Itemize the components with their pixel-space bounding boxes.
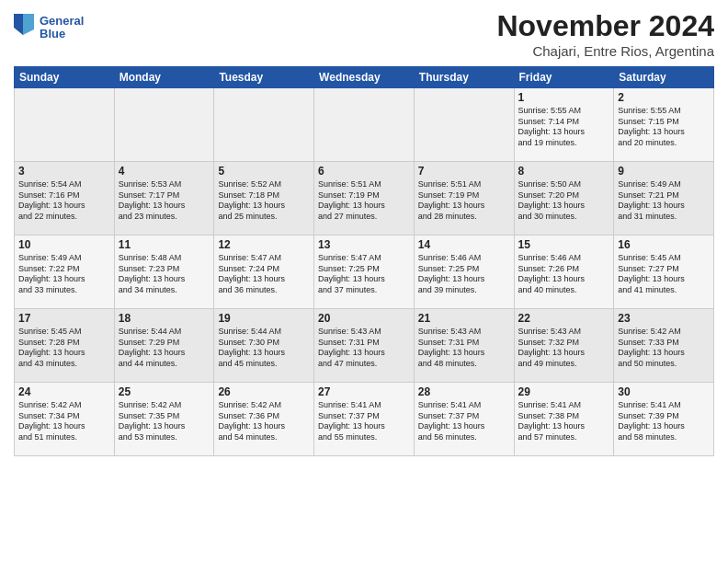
day-info: Sunrise: 5:49 AM Sunset: 7:21 PM Dayligh… <box>618 179 710 223</box>
day-info: Sunrise: 5:42 AM Sunset: 7:36 PM Dayligh… <box>218 400 310 443</box>
day-number: 6 <box>318 165 410 178</box>
day-info: Sunrise: 5:55 AM Sunset: 7:15 PM Dayligh… <box>618 106 710 149</box>
cell-2-2: 12Sunrise: 5:47 AM Sunset: 7:24 PM Dayli… <box>214 236 314 309</box>
svg-marker-1 <box>23 14 34 35</box>
day-info: Sunrise: 5:46 AM Sunset: 7:25 PM Dayligh… <box>418 253 510 296</box>
cell-1-2: 5Sunrise: 5:52 AM Sunset: 7:18 PM Daylig… <box>214 162 314 236</box>
svg-text:Blue: Blue <box>40 27 65 40</box>
day-info: Sunrise: 5:41 AM Sunset: 7:39 PM Dayligh… <box>618 400 710 443</box>
day-number: 17 <box>18 312 110 325</box>
header-friday: Friday <box>514 67 614 88</box>
cell-0-3 <box>314 88 415 162</box>
day-number: 26 <box>218 385 310 398</box>
day-info: Sunrise: 5:44 AM Sunset: 7:30 PM Dayligh… <box>218 327 310 370</box>
day-info: Sunrise: 5:47 AM Sunset: 7:25 PM Dayligh… <box>318 253 410 296</box>
day-number: 5 <box>218 165 310 178</box>
day-info: Sunrise: 5:45 AM Sunset: 7:28 PM Dayligh… <box>18 327 110 370</box>
day-number: 16 <box>618 238 710 251</box>
day-info: Sunrise: 5:53 AM Sunset: 7:17 PM Dayligh… <box>119 179 210 223</box>
day-info: Sunrise: 5:43 AM Sunset: 7:32 PM Dayligh… <box>518 327 610 370</box>
logo-svg: GeneralBlue <box>14 9 87 46</box>
day-info: Sunrise: 5:43 AM Sunset: 7:31 PM Dayligh… <box>318 327 410 370</box>
day-number: 22 <box>518 312 610 325</box>
month-title: November 2024 <box>496 9 714 43</box>
cell-4-5: 29Sunrise: 5:41 AM Sunset: 7:38 PM Dayli… <box>514 383 614 456</box>
week-row-0: 1Sunrise: 5:55 AM Sunset: 7:14 PM Daylig… <box>15 88 714 162</box>
header-saturday: Saturday <box>614 67 714 88</box>
cell-3-6: 23Sunrise: 5:42 AM Sunset: 7:33 PM Dayli… <box>614 309 714 383</box>
header-monday: Monday <box>114 67 214 88</box>
day-number: 12 <box>218 238 310 251</box>
day-info: Sunrise: 5:43 AM Sunset: 7:31 PM Dayligh… <box>418 327 510 370</box>
header-wednesday: Wednesday <box>314 67 415 88</box>
cell-0-5: 1Sunrise: 5:55 AM Sunset: 7:14 PM Daylig… <box>514 88 614 162</box>
week-row-3: 17Sunrise: 5:45 AM Sunset: 7:28 PM Dayli… <box>15 309 714 383</box>
day-number: 24 <box>18 385 110 398</box>
cell-1-1: 4Sunrise: 5:53 AM Sunset: 7:17 PM Daylig… <box>114 162 214 236</box>
cell-3-5: 22Sunrise: 5:43 AM Sunset: 7:32 PM Dayli… <box>514 309 614 383</box>
cell-3-1: 18Sunrise: 5:44 AM Sunset: 7:29 PM Dayli… <box>114 309 214 383</box>
day-info: Sunrise: 5:41 AM Sunset: 7:37 PM Dayligh… <box>418 400 510 443</box>
day-info: Sunrise: 5:42 AM Sunset: 7:34 PM Dayligh… <box>18 400 110 443</box>
page-container: GeneralBlue November 2024 Chajari, Entre… <box>0 0 728 563</box>
week-row-2: 10Sunrise: 5:49 AM Sunset: 7:22 PM Dayli… <box>15 236 714 309</box>
day-info: Sunrise: 5:51 AM Sunset: 7:19 PM Dayligh… <box>418 179 510 223</box>
svg-text:General: General <box>40 14 84 28</box>
day-info: Sunrise: 5:48 AM Sunset: 7:23 PM Dayligh… <box>119 253 210 296</box>
cell-2-1: 11Sunrise: 5:48 AM Sunset: 7:23 PM Dayli… <box>114 236 214 309</box>
day-info: Sunrise: 5:42 AM Sunset: 7:35 PM Dayligh… <box>119 400 210 443</box>
day-number: 15 <box>518 238 610 251</box>
cell-2-0: 10Sunrise: 5:49 AM Sunset: 7:22 PM Dayli… <box>15 236 115 309</box>
day-info: Sunrise: 5:49 AM Sunset: 7:22 PM Dayligh… <box>18 253 110 296</box>
day-info: Sunrise: 5:44 AM Sunset: 7:29 PM Dayligh… <box>119 327 210 370</box>
cell-4-6: 30Sunrise: 5:41 AM Sunset: 7:39 PM Dayli… <box>614 383 714 456</box>
cell-2-6: 16Sunrise: 5:45 AM Sunset: 7:27 PM Dayli… <box>614 236 714 309</box>
cell-0-1 <box>114 88 214 162</box>
week-row-1: 3Sunrise: 5:54 AM Sunset: 7:16 PM Daylig… <box>15 162 714 236</box>
day-number: 28 <box>418 385 510 398</box>
day-info: Sunrise: 5:55 AM Sunset: 7:14 PM Dayligh… <box>518 106 610 149</box>
day-number: 21 <box>418 312 510 325</box>
day-info: Sunrise: 5:42 AM Sunset: 7:33 PM Dayligh… <box>618 327 710 370</box>
cell-0-0 <box>15 88 115 162</box>
day-number: 27 <box>318 385 410 398</box>
day-number: 7 <box>418 165 510 178</box>
cell-1-6: 9Sunrise: 5:49 AM Sunset: 7:21 PM Daylig… <box>614 162 714 236</box>
cell-1-5: 8Sunrise: 5:50 AM Sunset: 7:20 PM Daylig… <box>514 162 614 236</box>
cell-4-0: 24Sunrise: 5:42 AM Sunset: 7:34 PM Dayli… <box>15 383 115 456</box>
day-number: 2 <box>618 91 710 104</box>
day-number: 13 <box>318 238 410 251</box>
day-info: Sunrise: 5:51 AM Sunset: 7:19 PM Dayligh… <box>318 179 410 223</box>
day-number: 10 <box>18 238 110 251</box>
cell-4-4: 28Sunrise: 5:41 AM Sunset: 7:37 PM Dayli… <box>414 383 514 456</box>
day-number: 18 <box>119 312 210 325</box>
logo: GeneralBlue <box>14 9 87 46</box>
day-info: Sunrise: 5:47 AM Sunset: 7:24 PM Dayligh… <box>218 253 310 296</box>
day-number: 20 <box>318 312 410 325</box>
cell-0-2 <box>214 88 314 162</box>
day-number: 9 <box>618 165 710 178</box>
day-number: 4 <box>119 165 210 178</box>
day-info: Sunrise: 5:41 AM Sunset: 7:38 PM Dayligh… <box>518 400 610 443</box>
cell-2-3: 13Sunrise: 5:47 AM Sunset: 7:25 PM Dayli… <box>314 236 415 309</box>
cell-2-5: 15Sunrise: 5:46 AM Sunset: 7:26 PM Dayli… <box>514 236 614 309</box>
calendar-body: 1Sunrise: 5:55 AM Sunset: 7:14 PM Daylig… <box>15 88 714 456</box>
cell-3-2: 19Sunrise: 5:44 AM Sunset: 7:30 PM Dayli… <box>214 309 314 383</box>
cell-0-4 <box>414 88 514 162</box>
header-sunday: Sunday <box>15 67 115 88</box>
cell-1-4: 7Sunrise: 5:51 AM Sunset: 7:19 PM Daylig… <box>414 162 514 236</box>
week-row-4: 24Sunrise: 5:42 AM Sunset: 7:34 PM Dayli… <box>15 383 714 456</box>
day-number: 30 <box>618 385 710 398</box>
day-number: 23 <box>618 312 710 325</box>
day-info: Sunrise: 5:41 AM Sunset: 7:37 PM Dayligh… <box>318 400 410 443</box>
day-info: Sunrise: 5:52 AM Sunset: 7:18 PM Dayligh… <box>218 179 310 223</box>
day-number: 14 <box>418 238 510 251</box>
cell-2-4: 14Sunrise: 5:46 AM Sunset: 7:25 PM Dayli… <box>414 236 514 309</box>
day-number: 19 <box>218 312 310 325</box>
header-thursday: Thursday <box>414 67 514 88</box>
day-info: Sunrise: 5:46 AM Sunset: 7:26 PM Dayligh… <box>518 253 610 296</box>
cell-3-0: 17Sunrise: 5:45 AM Sunset: 7:28 PM Dayli… <box>15 309 115 383</box>
calendar-table: Sunday Monday Tuesday Wednesday Thursday… <box>14 66 714 456</box>
day-number: 8 <box>518 165 610 178</box>
cell-4-1: 25Sunrise: 5:42 AM Sunset: 7:35 PM Dayli… <box>114 383 214 456</box>
